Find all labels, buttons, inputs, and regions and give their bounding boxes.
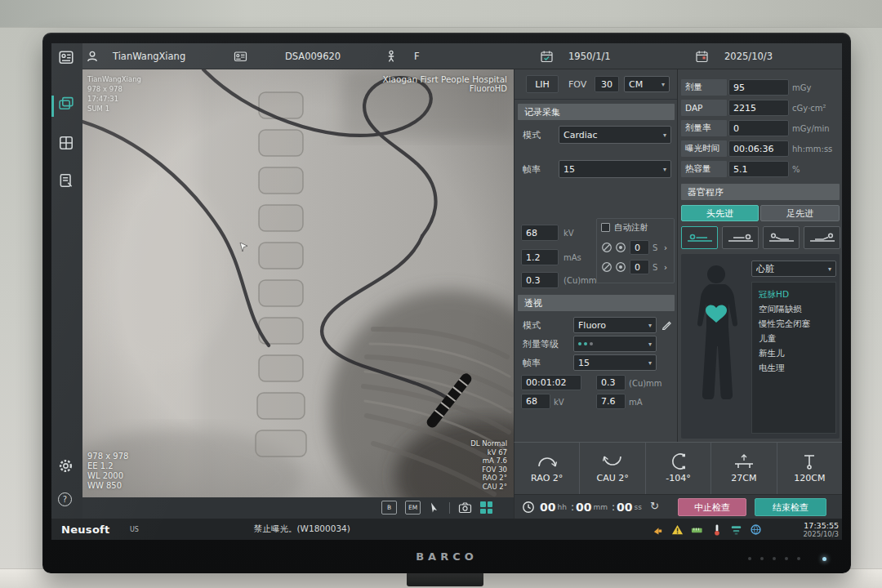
patient-name: TianWangXiang bbox=[113, 43, 185, 69]
record-mode-select[interactable]: Cardiac▾ bbox=[559, 126, 671, 144]
chevron-right-icon[interactable]: › bbox=[664, 239, 667, 256]
mode-label: 模式 bbox=[523, 127, 541, 143]
timer-hours: 00 bbox=[540, 501, 555, 514]
topbar: TianWangXiang DSA009620 F 1950/1/1 2025/… bbox=[82, 43, 842, 69]
exposure-time-value: 00:06:36 bbox=[728, 140, 789, 157]
organ-program-item[interactable]: 慢性完全闭塞 bbox=[752, 316, 835, 331]
injector-rate-icon bbox=[601, 261, 612, 273]
mas-value: 1.2 bbox=[521, 249, 559, 265]
auto-inject-checkbox[interactable] bbox=[601, 223, 610, 232]
timer-reset-icon[interactable]: ↻ bbox=[650, 500, 659, 512]
position-left-button[interactable] bbox=[763, 226, 800, 249]
layout-grid-icon[interactable] bbox=[58, 135, 74, 154]
inject-delay-2[interactable]: 0 bbox=[630, 260, 649, 274]
chevron-down-icon: ▾ bbox=[828, 265, 831, 273]
organ-program-item[interactable]: 电生理 bbox=[752, 360, 835, 375]
organ-program-item[interactable]: 新生儿 bbox=[752, 345, 835, 360]
dose-unit: mGy bbox=[792, 79, 811, 96]
chevron-down-icon: ▾ bbox=[648, 359, 652, 367]
ruler-icon[interactable] bbox=[690, 523, 703, 536]
fps-label: 帧率 bbox=[523, 161, 541, 177]
fluoro-cu-unit: (Cu)mm bbox=[629, 375, 662, 391]
birth-date: 1950/1/1 bbox=[568, 43, 611, 69]
exam-timer: 00hh : 00mm : 00ss bbox=[540, 495, 644, 519]
chevron-down-icon: ▾ bbox=[648, 322, 652, 329]
body-figure bbox=[684, 262, 748, 434]
acquisition-panel: LIH FOV 30 CM▾ 记录采集 模式 Cardiac▾ 帧率 15▾ 6… bbox=[514, 69, 677, 442]
toolbar-divider bbox=[449, 502, 450, 514]
kv-unit: kV bbox=[564, 225, 574, 241]
status-date: 2025/10/3 bbox=[785, 530, 839, 538]
hospital-name: Xiaogan Fisrt People Hospital bbox=[382, 74, 507, 84]
injector-volume-icon bbox=[615, 242, 626, 253]
fluoro-fps-label: 帧率 bbox=[523, 354, 541, 371]
fov-unit-select[interactable]: CM▾ bbox=[624, 76, 670, 92]
network-globe-icon[interactable] bbox=[749, 523, 762, 536]
position-prone-button[interactable] bbox=[722, 226, 759, 249]
alert-bell-icon[interactable] bbox=[651, 523, 664, 536]
worklist-icon[interactable] bbox=[58, 49, 74, 69]
fluoro-pen-icon[interactable] bbox=[662, 319, 672, 330]
power-led bbox=[822, 557, 826, 561]
exposure-time-unit: hh:mm:ss bbox=[792, 140, 832, 157]
bed-position-icon bbox=[685, 230, 715, 245]
injector-volume-icon bbox=[615, 261, 626, 273]
image-overlay-top-left: TianWangXiang 978 x 978 17:47:31 SUM 1 bbox=[87, 74, 141, 114]
cu-filter-value: 0.3 bbox=[521, 272, 559, 288]
organ-program-item[interactable]: 儿童 bbox=[752, 331, 835, 345]
cau-angle-stat: CAU 2° bbox=[579, 443, 644, 494]
patient-gender: F bbox=[414, 43, 420, 69]
warning-icon[interactable] bbox=[670, 523, 684, 536]
cursor-tool-icon[interactable] bbox=[429, 501, 441, 514]
image-overlay-top-right: Xiaogan Fisrt People Hospital FluoroHD bbox=[382, 74, 507, 94]
dose-level-label: 剂量等级 bbox=[523, 336, 559, 352]
exam-timer-row: 00hh : 00mm : 00ss ↻ 中止检查 结束检查 bbox=[514, 494, 842, 519]
dose-level-select[interactable]: ▾ bbox=[573, 336, 657, 352]
end-exam-button[interactable]: 结束检查 bbox=[755, 498, 826, 516]
clock-display: 17:35:55 2025/10/3 bbox=[785, 521, 839, 538]
record-fps-select[interactable]: 15▾ bbox=[559, 160, 671, 178]
report-icon[interactable] bbox=[58, 172, 74, 192]
study-id: DSA009620 bbox=[285, 43, 341, 69]
bed-position-icon bbox=[808, 230, 837, 245]
carm-angle-stat: -104° bbox=[645, 443, 710, 494]
doserate-label: 剂量率 bbox=[681, 120, 727, 136]
organ-select[interactable]: 心脏▾ bbox=[751, 261, 836, 277]
thermometer-icon[interactable] bbox=[710, 523, 723, 536]
kv-value: 68 bbox=[521, 225, 559, 241]
images-icon[interactable] bbox=[58, 96, 74, 115]
position-right-button[interactable] bbox=[804, 226, 840, 249]
fluoro-fps-select[interactable]: 15▾ bbox=[573, 354, 657, 371]
annotation-b-icon[interactable]: B bbox=[381, 501, 397, 514]
clock-icon bbox=[522, 501, 535, 514]
chevron-right-icon[interactable]: › bbox=[664, 259, 667, 275]
table-layers-icon[interactable] bbox=[729, 523, 742, 536]
head-first-button[interactable]: 头先进 bbox=[681, 205, 759, 221]
fluoro-image[interactable]: TianWangXiang 978 x 978 17:47:31 SUM 1 X… bbox=[82, 69, 514, 497]
fluoro-time-value: 00:01:02 bbox=[521, 375, 581, 390]
organ-program-item[interactable]: 冠脉HD bbox=[752, 287, 835, 301]
organ-section-header: 器官程序 bbox=[681, 184, 840, 200]
inject-delay-1[interactable]: 0 bbox=[630, 240, 649, 255]
abort-exam-button[interactable]: 中止检查 bbox=[678, 498, 746, 516]
snapshot-icon[interactable] bbox=[458, 501, 472, 514]
status-time: 17:35:55 bbox=[785, 521, 839, 530]
chevron-down-icon: ▾ bbox=[648, 341, 652, 348]
rao-angle-stat: RAO 2° bbox=[514, 443, 579, 494]
bed-position-icon bbox=[767, 230, 796, 245]
study-date: 2025/10/3 bbox=[724, 43, 773, 69]
injector-rate-icon bbox=[601, 242, 612, 253]
help-icon[interactable]: ? bbox=[58, 492, 72, 506]
dose-level-dots-icon bbox=[578, 342, 593, 345]
fluoro-mode-select[interactable]: Fluoro▾ bbox=[573, 317, 657, 333]
language-indicator[interactable]: US bbox=[130, 526, 139, 533]
layout-view-icon[interactable] bbox=[480, 501, 492, 514]
feet-first-button[interactable]: 足先进 bbox=[760, 205, 840, 221]
organ-program-item[interactable]: 空间隔缺损 bbox=[752, 301, 835, 316]
divider bbox=[514, 99, 678, 100]
position-supine-button[interactable] bbox=[681, 226, 718, 249]
annotation-em-icon[interactable]: EM bbox=[405, 501, 421, 514]
fluoro-cu-value: 0.3 bbox=[596, 375, 626, 390]
gear-icon[interactable] bbox=[58, 458, 74, 477]
inject-unit-2: S bbox=[653, 259, 657, 275]
